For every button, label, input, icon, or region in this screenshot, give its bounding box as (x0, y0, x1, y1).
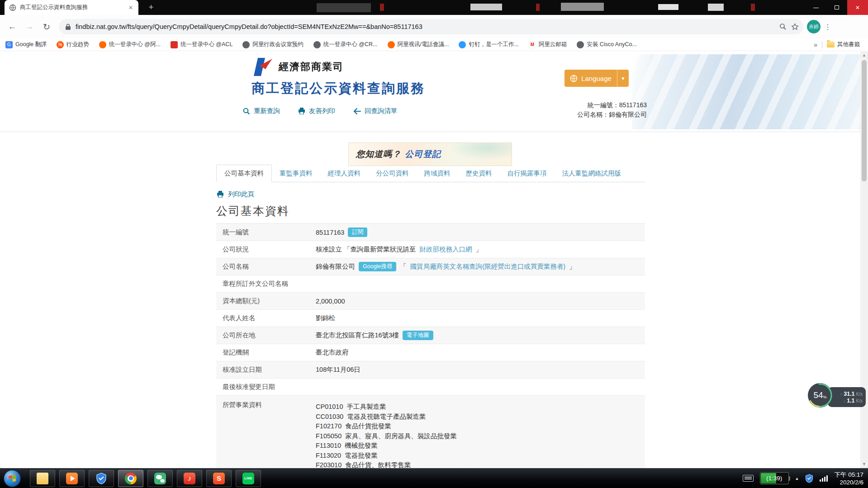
language-dropdown-caret-icon[interactable]: ▼ (617, 70, 629, 87)
header-divider (0, 132, 860, 132)
taobao-icon: 淘 (57, 41, 64, 48)
tab-managers[interactable]: 經理人資料 (320, 165, 369, 182)
google-search-badge[interactable]: Google搜尋 (359, 262, 396, 271)
folder-icon (827, 42, 835, 47)
battery-indicator[interactable]: (1:39) (760, 472, 789, 484)
authority-value: 臺北市政府 (316, 348, 349, 357)
bookmark-item[interactable]: GGoogle 翻譯 (5, 41, 47, 48)
window-titlebar: 商工登記公示資料查詢服務 ✕ + — ✕ (0, 0, 868, 15)
promo-banner[interactable]: 您知道嗎？ 公司登記 (348, 142, 512, 166)
tray-expand-icon[interactable]: ▲ (795, 476, 799, 481)
new-tab-button[interactable]: + (146, 2, 157, 13)
memory-usage-widget[interactable]: 54 % (806, 382, 834, 409)
zoom-icon[interactable] (777, 21, 789, 33)
table-row: 核准設立日期 108年11月06日 (216, 361, 645, 379)
explorer-icon (37, 473, 48, 484)
address-bar[interactable]: findbiz.nat.gov.tw/fts/query/QueryCmpyDe… (59, 19, 803, 34)
windows-taskbar: ♪ S LINE (1:39) ▲ 下午 05:17 2020/2/6 (0, 468, 868, 488)
banner-link[interactable]: 公司登記 (405, 148, 441, 160)
taskbar-chrome[interactable] (118, 470, 143, 487)
download-speed: 1.1 (847, 398, 854, 404)
back-to-list-link[interactable]: 回查詢清單 (353, 107, 398, 115)
bookmark-item[interactable]: M阿里云邮箱 (529, 41, 567, 48)
header-decoration-image (632, 54, 860, 129)
music-icon: ♪ (184, 473, 195, 484)
scroll-up-icon[interactable]: ▲ (860, 52, 868, 59)
battery-time: (1:39) (766, 475, 782, 482)
taskbar-line[interactable]: LINE (236, 470, 261, 487)
close-button[interactable]: ✕ (847, 0, 868, 15)
tab-basic-info[interactable]: 公司基本資料 (216, 165, 272, 182)
tab-directors[interactable]: 董監事資料 (272, 165, 320, 182)
bookmark-star-icon[interactable] (789, 21, 801, 33)
back-button[interactable]: ← (5, 20, 19, 33)
browser-toolbar: ← → ↻ findbiz.nat.gov.tw/fts/query/Query… (0, 15, 868, 38)
other-bookmarks[interactable]: 其他書籤 (827, 41, 860, 48)
tab-title: 商工登記公示資料查詢服務 (20, 4, 124, 11)
table-row: 所營事業資料 CP01010 手工具製造業 CC01030 電器及視聽電子產品製… (216, 396, 645, 468)
tab-close-icon[interactable]: ✕ (128, 5, 134, 11)
boft-english-name-link[interactable]: 國貿局廠商英文名稱查詢(限經營出進口或買賣業務者) (410, 262, 565, 271)
moea-logo (251, 58, 273, 76)
language-globe-icon (570, 75, 578, 82)
requery-link[interactable]: 重新查詢 (243, 107, 280, 115)
clock-time: 下午 05:17 (834, 471, 863, 479)
tab-history[interactable]: 歷史資料 (458, 165, 500, 182)
bookmark-item[interactable]: 统一登录中心 @CR... (313, 41, 378, 48)
browser-menu-icon[interactable]: ⋮ (824, 23, 831, 31)
bookmarks-overflow-icon[interactable]: » (814, 41, 817, 48)
company-basic-info-table: 統一編號 85117163 訂閱 公司狀況 核准設立 「查詢最新營業狀況請至 財… (216, 223, 645, 468)
tab-branches[interactable]: 分公司資料 (368, 165, 417, 182)
taskbar-clock[interactable]: 下午 05:17 2020/2/6 (834, 471, 863, 486)
banner-question: 您知道嗎？ (356, 148, 401, 160)
taskbar-wechat[interactable] (147, 470, 173, 487)
bookmark-item[interactable]: 淘行业趋势 (57, 41, 89, 48)
map-badge[interactable]: 電子地圖 (403, 331, 433, 340)
tray-shield-icon[interactable] (805, 474, 813, 483)
clock-date: 2020/2/6 (834, 479, 863, 486)
scroll-down-icon[interactable]: ▼ (860, 460, 868, 468)
reload-button[interactable]: ↻ (40, 20, 53, 33)
aliyun-mail-icon: M (529, 41, 536, 48)
keyboard-tray-icon[interactable] (743, 475, 754, 482)
globe-icon (242, 41, 250, 48)
taskbar-security-app[interactable] (89, 470, 114, 487)
network-signal-icon[interactable] (820, 475, 828, 482)
business-scope-list: CP01010 手工具製造業 CC01030 電器及視聽電子產品製造業 F102… (316, 398, 457, 468)
tab-director-network[interactable]: 法人董監網絡試用版 (555, 165, 629, 182)
s-app-icon: S (213, 473, 225, 484)
taskbar-s-app[interactable]: S (206, 470, 232, 487)
start-button[interactable] (4, 470, 21, 487)
bookmark-item[interactable]: 阿里视讯/電話會議... (388, 41, 449, 48)
print-page-link[interactable]: 列印此頁 (217, 190, 254, 199)
company-meta: 統一編號：85117163 公司名稱：錦倫有限公司 (577, 100, 647, 119)
bookmark-item[interactable]: 安装 Cisco AnyCo... (577, 41, 636, 48)
tab-cross-domain[interactable]: 跨域資料 (417, 165, 458, 182)
taskbar-explorer[interactable] (30, 470, 55, 487)
print-friendly-link[interactable]: 友善列印 (298, 107, 335, 115)
bookmark-item[interactable]: 统一登录中心 @ACL (171, 41, 232, 48)
scrollbar-thumb[interactable] (862, 60, 867, 181)
taskbar-music[interactable]: ♪ (177, 470, 202, 487)
business-item: CC01030 電器及視聽電子產品製造業 (316, 412, 457, 422)
language-button[interactable]: Language ▼ (564, 70, 629, 87)
bookmark-item[interactable]: 阿里行政会议室预约 (242, 41, 304, 48)
subscribe-badge[interactable]: 訂閱 (348, 227, 367, 237)
bookmark-item[interactable]: 钉钉，是一个工作... (459, 41, 518, 48)
taskbar-media-player[interactable] (59, 470, 85, 487)
tax-portal-link[interactable]: 財政部稅務入口網 (420, 245, 472, 254)
forward-button[interactable]: → (23, 20, 36, 33)
table-row: 登記機關 臺北市政府 (216, 344, 645, 361)
minimize-button[interactable]: — (806, 0, 826, 15)
titlebar-artifact (317, 3, 371, 12)
bookmark-item[interactable]: 统一登录中心 @阿... (99, 41, 161, 48)
maximize-button[interactable] (826, 0, 847, 15)
upload-arrow-icon: ↑ (840, 392, 842, 397)
profile-avatar[interactable]: 卉婷 (807, 20, 821, 33)
globe-icon (577, 41, 584, 48)
page-content: 經濟部商業司 商工登記公示資料查詢服務 Language ▼ 重新查詢 友善列印… (0, 52, 868, 468)
tab-favicon-globe-icon (9, 4, 16, 11)
tab-self-disclosure[interactable]: 自行揭露事項 (500, 165, 555, 182)
table-row: 章程所訂外文公司名稱 (216, 275, 645, 293)
browser-tab[interactable]: 商工登記公示資料查詢服務 ✕ (5, 0, 138, 15)
